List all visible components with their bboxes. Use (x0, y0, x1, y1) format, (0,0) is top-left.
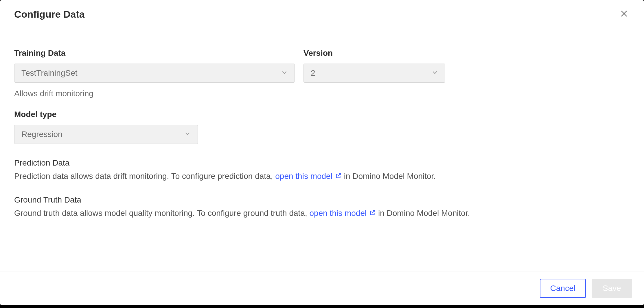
open-model-link-groundtruth[interactable]: open this model (310, 209, 376, 218)
close-button[interactable] (618, 8, 630, 20)
dialog-body: Training Data TestTrainingSet Allows dri… (0, 28, 644, 272)
dialog-header: Configure Data (0, 0, 644, 28)
version-field: Version 2 (303, 49, 445, 83)
open-model-link-prediction[interactable]: open this model (275, 172, 342, 181)
open-model-link-text: open this model (275, 172, 332, 181)
chevron-down-icon (281, 68, 288, 78)
prediction-data-section: Prediction Data Prediction data allows d… (14, 158, 630, 181)
dialog-title: Configure Data (14, 9, 85, 20)
model-type-select[interactable]: Regression (14, 125, 198, 144)
prediction-data-text: Prediction data allows data drift monito… (14, 172, 630, 181)
cancel-button[interactable]: Cancel (540, 279, 586, 298)
training-data-label: Training Data (14, 49, 295, 58)
ground-truth-section: Ground Truth Data Ground truth data allo… (14, 195, 630, 218)
save-button[interactable]: Save (592, 279, 632, 298)
training-data-value: TestTrainingSet (21, 68, 78, 78)
model-type-label: Model type (14, 110, 630, 119)
training-data-select[interactable]: TestTrainingSet (14, 64, 295, 83)
version-select[interactable]: 2 (303, 64, 445, 83)
external-link-icon (369, 209, 376, 218)
chevron-down-icon (184, 130, 191, 139)
prediction-data-title: Prediction Data (14, 158, 630, 168)
ground-truth-text: Ground truth data allows model quality m… (14, 209, 630, 218)
model-type-value: Regression (21, 130, 62, 139)
close-icon (620, 10, 628, 19)
training-data-field: Training Data TestTrainingSet Allows dri… (14, 49, 295, 98)
configure-data-dialog: Configure Data Training Data TestTrainin… (0, 0, 644, 305)
model-type-field: Model type Regression (14, 110, 630, 144)
chevron-down-icon (432, 68, 438, 78)
prediction-data-text-after: in Domino Model Monitor. (344, 172, 436, 181)
open-model-link-text: open this model (310, 209, 367, 218)
ground-truth-text-before: Ground truth data allows model quality m… (14, 209, 310, 218)
prediction-data-text-before: Prediction data allows data drift monito… (14, 172, 275, 181)
training-data-help: Allows drift monitoring (14, 89, 295, 98)
version-label: Version (303, 49, 445, 58)
version-value: 2 (311, 68, 315, 78)
ground-truth-title: Ground Truth Data (14, 195, 630, 205)
dialog-footer: Cancel Save (0, 272, 644, 305)
ground-truth-text-after: in Domino Model Monitor. (378, 209, 470, 218)
external-link-icon (335, 172, 342, 181)
